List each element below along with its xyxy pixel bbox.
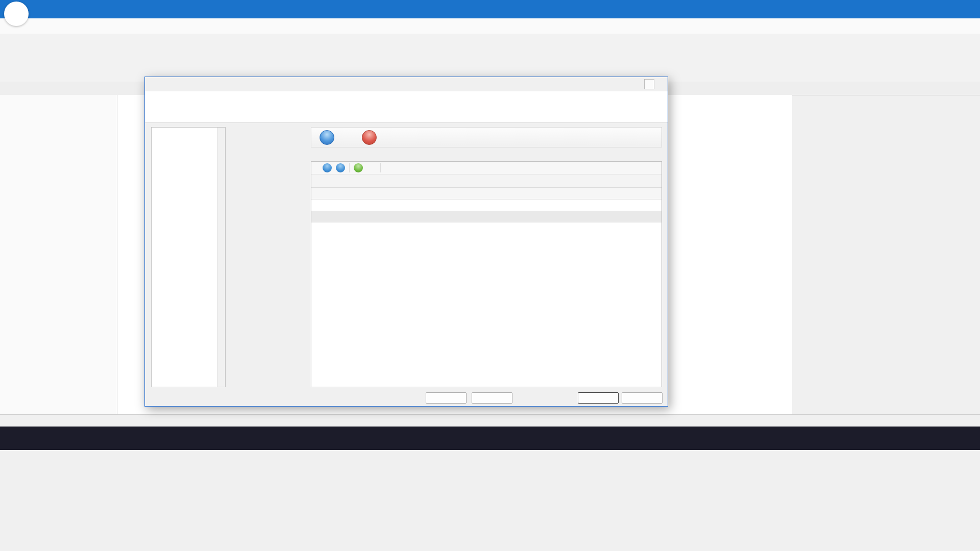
ribbon-tab-bar (0, 18, 980, 34)
dialog-help-button[interactable] (644, 79, 654, 89)
equipment-filter-row[interactable] (311, 199, 662, 211)
equipment-group-header (311, 174, 662, 188)
record-toolbar (311, 162, 662, 174)
equipment-table-row[interactable] (311, 211, 662, 222)
record-remove-button[interactable] (336, 163, 345, 172)
record-accept-button[interactable] (354, 163, 363, 172)
house-icon (150, 81, 158, 88)
next-button[interactable] (472, 392, 512, 404)
dialog-header (145, 91, 668, 123)
eraser-icon[interactable] (367, 163, 376, 172)
equipment-table-header (311, 188, 662, 199)
delete-connection-button[interactable] (362, 130, 377, 145)
add-connection-button[interactable] (320, 130, 334, 145)
edit-object-dialog (144, 77, 668, 407)
ok-button[interactable] (578, 392, 619, 404)
windows-taskbar (0, 427, 980, 450)
sidebar (0, 95, 117, 414)
ribbon (0, 34, 980, 82)
lers-logo (4, 2, 29, 26)
nav-scrollbar[interactable] (217, 128, 225, 387)
cancel-button[interactable] (622, 392, 663, 404)
dialog-toolbar (311, 127, 662, 147)
status-bar (0, 414, 980, 427)
edit-record-icon[interactable] (385, 163, 394, 172)
dialog-content (311, 161, 662, 387)
dialog-nav-list (151, 127, 226, 387)
record-add-button[interactable] (323, 163, 332, 172)
titlebar (0, 0, 980, 18)
dialog-titlebar (145, 77, 668, 91)
back-button[interactable] (426, 392, 467, 404)
